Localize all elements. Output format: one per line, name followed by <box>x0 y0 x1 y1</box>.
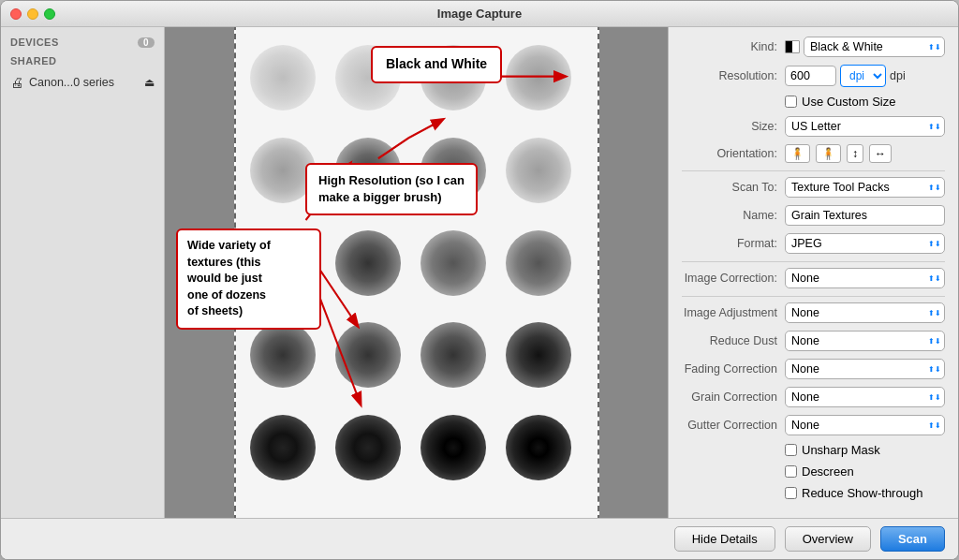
scan-to-row: Scan To: Texture Tool Packs <box>682 177 945 198</box>
gutter-correction-select[interactable]: None <box>785 415 945 435</box>
bw-icon <box>785 40 800 53</box>
app-window: Image Capture DEVICES 0 SHARED 🖨 Canon..… <box>0 0 959 560</box>
callout-black-and-white: Black and White <box>371 46 502 83</box>
texture-dot <box>506 415 571 480</box>
grain-correction-row: Grain Correction None <box>682 387 945 407</box>
orientation-landscape-button[interactable]: 🧍 <box>816 144 841 163</box>
name-control <box>785 205 945 226</box>
unsharp-mask-checkbox[interactable] <box>785 444 797 456</box>
image-correction-select-wrapper[interactable]: None <box>785 268 945 288</box>
reduce-dust-select-wrapper[interactable]: None <box>785 331 945 351</box>
scanner-area: Black and White High Resolution (so I ca… <box>165 27 668 518</box>
fading-correction-row: Fading Correction None <box>682 359 945 379</box>
traffic-lights <box>10 8 55 20</box>
custom-size-checkbox[interactable] <box>785 96 797 108</box>
kind-label: Kind: <box>682 40 785 53</box>
name-label: Name: <box>682 209 785 222</box>
image-correction-control: None <box>785 268 945 288</box>
divider-3 <box>682 296 945 297</box>
scan-to-select[interactable]: Texture Tool Packs <box>785 177 945 198</box>
image-adjustment-select-wrapper[interactable]: None <box>785 302 945 323</box>
resolution-row: Resolution: dpi dpi <box>682 65 945 87</box>
title-bar: Image Capture <box>1 1 958 27</box>
grain-correction-select-wrapper[interactable]: None <box>785 387 945 407</box>
sidebar: DEVICES 0 SHARED 🖨 Canon...0 series ⏏ <box>1 27 165 518</box>
bottom-bar: Hide Details Overview Scan <box>1 518 958 559</box>
scan-to-control: Texture Tool Packs <box>785 177 945 198</box>
scan-to-select-wrapper[interactable]: Texture Tool Packs <box>785 177 945 198</box>
kind-select-wrapper[interactable]: Black & White <box>804 37 945 57</box>
sidebar-section-shared: SHARED <box>1 52 164 70</box>
image-correction-row: Image Correction: None <box>682 268 945 288</box>
maximize-button[interactable] <box>44 8 55 20</box>
main-content: DEVICES 0 SHARED 🖨 Canon...0 series ⏏ <box>1 27 958 518</box>
reduce-dust-label: Reduce Dust <box>682 334 785 347</box>
texture-dot <box>420 322 486 388</box>
reduce-showthrough-label: Reduce Show-through <box>802 486 922 500</box>
resolution-unit-select[interactable]: dpi <box>840 65 886 87</box>
resolution-input[interactable] <box>785 66 836 86</box>
overview-button[interactable]: Overview <box>785 526 871 552</box>
window-title: Image Capture <box>437 7 522 21</box>
image-adjustment-row: Image Adjustment None <box>682 302 945 323</box>
name-row: Name: <box>682 205 945 226</box>
format-row: Format: JPEG <box>682 233 945 254</box>
size-select[interactable]: US Letter <box>785 116 945 137</box>
divider-1 <box>682 170 945 171</box>
reduce-dust-row: Reduce Dust None <box>682 331 945 351</box>
image-adjustment-control: None <box>785 302 945 323</box>
divider-2 <box>682 261 945 262</box>
image-correction-select[interactable]: None <box>785 268 945 288</box>
fading-correction-control: None <box>785 359 945 379</box>
reduce-showthrough-checkbox[interactable] <box>785 487 797 499</box>
format-select-wrapper[interactable]: JPEG <box>785 233 945 254</box>
gutter-correction-row: Gutter Correction None <box>682 415 945 435</box>
size-label: Size: <box>682 120 785 133</box>
orientation-portrait-button[interactable]: 🧍 <box>785 144 810 163</box>
fading-correction-select-wrapper[interactable]: None <box>785 359 945 379</box>
orientation-flip-h-button[interactable]: ↕ <box>847 144 863 163</box>
descreen-label: Descreen <box>802 464 854 479</box>
scan-to-label: Scan To: <box>682 181 785 194</box>
fading-correction-select[interactable]: None <box>785 359 945 379</box>
texture-dot <box>250 322 316 388</box>
format-label: Format: <box>682 237 785 250</box>
image-adjustment-select[interactable]: None <box>785 302 945 323</box>
texture-dot <box>420 415 486 480</box>
dpi-label: dpi <box>890 69 906 82</box>
orientation-control: 🧍 🧍 ↕ ↔ <box>785 144 945 163</box>
size-select-wrapper[interactable]: US Letter <box>785 116 945 137</box>
orientation-row: Orientation: 🧍 🧍 ↕ ↔ <box>682 144 945 163</box>
reduce-dust-control: None <box>785 331 945 351</box>
texture-dot <box>335 415 401 480</box>
descreen-checkbox[interactable] <box>785 465 797 478</box>
texture-dot <box>335 322 401 388</box>
scan-button[interactable]: Scan <box>880 526 945 552</box>
format-select[interactable]: JPEG <box>785 233 945 254</box>
texture-dot <box>250 415 316 480</box>
resolution-control: dpi dpi <box>785 65 945 87</box>
minimize-button[interactable] <box>27 8 38 20</box>
name-input[interactable] <box>785 205 945 226</box>
reduce-showthrough-row: Reduce Show-through <box>785 486 945 500</box>
orientation-flip-v-button[interactable]: ↔ <box>869 144 892 163</box>
eject-icon: ⏏ <box>144 76 155 89</box>
kind-select[interactable]: Black & White <box>804 37 945 57</box>
image-adjustment-label: Image Adjustment <box>682 306 785 319</box>
hide-details-button[interactable]: Hide Details <box>674 526 775 552</box>
gutter-correction-select-wrapper[interactable]: None <box>785 415 945 435</box>
format-control: JPEG <box>785 233 945 254</box>
grain-correction-select[interactable]: None <box>785 387 945 407</box>
texture-dot <box>335 230 401 296</box>
reduce-dust-select[interactable]: None <box>785 331 945 351</box>
sidebar-item-canon[interactable]: 🖨 Canon...0 series ⏏ <box>1 70 164 95</box>
devices-badge: 0 <box>138 37 155 48</box>
texture-dot <box>506 322 571 388</box>
unsharp-mask-row: Unsharp Mask <box>785 443 945 457</box>
texture-dot <box>506 45 571 111</box>
gutter-correction-label: Gutter Correction <box>682 419 785 432</box>
kind-row: Kind: Black & White <box>682 37 945 57</box>
resolution-label: Resolution: <box>682 69 785 82</box>
size-control: US Letter <box>785 116 945 137</box>
close-button[interactable] <box>10 8 22 20</box>
